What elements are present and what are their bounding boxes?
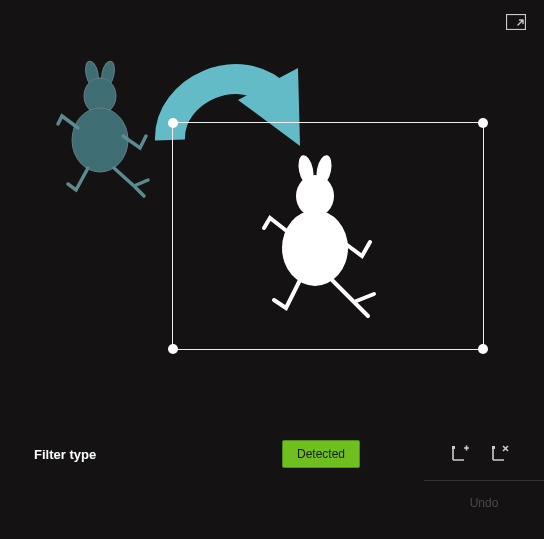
bbox-handle-tr[interactable] — [478, 118, 488, 128]
status-badge: Detected — [282, 440, 360, 468]
add-filter-icon[interactable] — [450, 444, 470, 464]
svg-rect-10 — [452, 446, 455, 449]
fullscreen-icon[interactable] — [506, 14, 526, 30]
svg-point-9 — [282, 210, 348, 286]
svg-rect-11 — [492, 446, 495, 449]
filter-type-label: Filter type — [34, 447, 96, 462]
subject-icon — [254, 152, 394, 342]
undo-button[interactable]: Undo — [470, 496, 499, 510]
svg-point-4 — [72, 108, 128, 172]
remove-filter-icon[interactable] — [490, 444, 510, 464]
controls-bar: Filter type Detected — [0, 440, 544, 468]
canvas-area — [0, 40, 544, 400]
bbox-handle-br[interactable] — [478, 344, 488, 354]
bbox-handle-bl[interactable] — [168, 344, 178, 354]
undo-section: Undo — [424, 480, 544, 523]
bbox-handle-tl[interactable] — [168, 118, 178, 128]
